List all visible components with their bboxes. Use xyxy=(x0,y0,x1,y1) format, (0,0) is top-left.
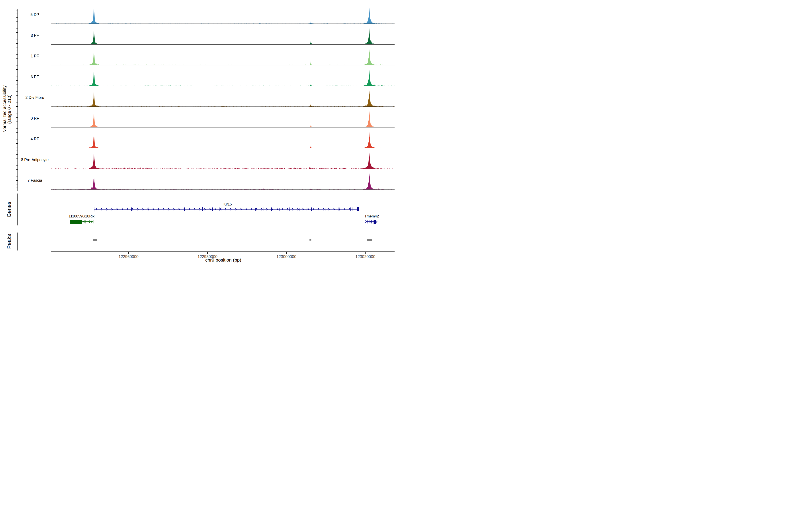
track-label-8: 7 Fascia xyxy=(12,178,58,183)
gene-exon-bar xyxy=(271,208,272,211)
track-label-3: 6 PF xyxy=(12,74,58,80)
gene-exon-bar xyxy=(184,208,185,211)
gene-exon-bar xyxy=(94,207,94,211)
coverage-track-4 xyxy=(51,91,395,107)
track-label-6: 4 RF xyxy=(12,136,58,141)
gene-end-block-Kif15 xyxy=(357,207,359,211)
peak-region-box xyxy=(309,239,311,241)
gene-exon-bar xyxy=(93,220,93,224)
peaks-section-label: Peaks xyxy=(6,224,12,259)
coverage-track-1 xyxy=(51,28,395,44)
gene-exon-bar xyxy=(86,220,86,224)
gene-exon-bar xyxy=(289,208,289,211)
x-tick-label-0: 122960000 xyxy=(119,254,138,259)
track-label-4: 2 Div Fibro xyxy=(12,95,58,100)
genes-section-label: Genes xyxy=(6,192,12,227)
gene-exon-bar xyxy=(279,208,280,211)
peak-region-box xyxy=(367,239,372,241)
x-tick-label-3: 123020000 xyxy=(355,254,375,259)
track-label-1: 3 PF xyxy=(12,33,58,38)
gene-exon-block-1110059G10Rik xyxy=(70,220,82,224)
gene-exon-bar xyxy=(322,208,322,211)
figure-canvas xyxy=(0,0,399,266)
gene-label-0: Kif15 xyxy=(224,202,232,206)
x-axis-title: chr9 position (bp) xyxy=(205,258,241,263)
coverage-track-7 xyxy=(51,152,395,169)
track-label-0: 5 DP xyxy=(12,12,58,17)
coverage-track-2 xyxy=(51,49,395,65)
coverage-track-8 xyxy=(51,173,395,190)
gene-exon-bar xyxy=(255,208,256,211)
gene-strand-arrow xyxy=(376,221,377,223)
gene-exon-bar xyxy=(212,208,213,211)
track-label-2: 1 PF xyxy=(12,53,58,59)
gene-exon-bar xyxy=(202,207,203,211)
gene-exon-bar xyxy=(311,208,312,211)
track-label-7: 8 Pre-Adipocyte xyxy=(12,157,58,163)
peak-region-box xyxy=(93,239,97,241)
gene-exon-bar xyxy=(264,208,264,211)
gene-exon-block-Tmem42 xyxy=(374,220,376,224)
gene-exon-bar xyxy=(353,208,353,211)
coverage-track-5 xyxy=(51,111,395,128)
gene-exon-bar xyxy=(325,208,325,211)
coverage-track-0 xyxy=(51,7,395,24)
gene-exon-bar xyxy=(355,208,355,211)
x-tick-label-2: 123000000 xyxy=(277,254,297,259)
track-label-5: 0 RF xyxy=(12,116,58,121)
gene-exon-bar xyxy=(299,208,300,211)
gene-exon-bar xyxy=(251,208,251,211)
gene-exon-bar xyxy=(219,208,220,211)
gene-label-2: Tmem42 xyxy=(364,214,379,218)
y-axis-label-line1: Normalized accessibility xyxy=(2,86,7,133)
gene-exon-bar xyxy=(131,208,132,211)
y-axis-label-line2: (range 0 - 210) xyxy=(7,94,12,124)
gene-strand-arrow xyxy=(365,221,367,223)
gene-exon-bar xyxy=(339,208,340,211)
gene-label-1: 1110059G10Rik xyxy=(69,214,94,218)
gene-exon-bar xyxy=(333,208,333,211)
coverage-track-3 xyxy=(51,70,395,86)
gene-exon-bar xyxy=(367,220,368,224)
gene-exon-bar xyxy=(307,208,307,211)
y-axis-label: Normalized accessibility (range 0 - 210) xyxy=(2,60,12,158)
gene-exon-bar xyxy=(372,220,372,224)
coverage-track-6 xyxy=(51,132,395,148)
genome-browser-figure: Normalized accessibility (range 0 - 210)… xyxy=(0,0,399,266)
